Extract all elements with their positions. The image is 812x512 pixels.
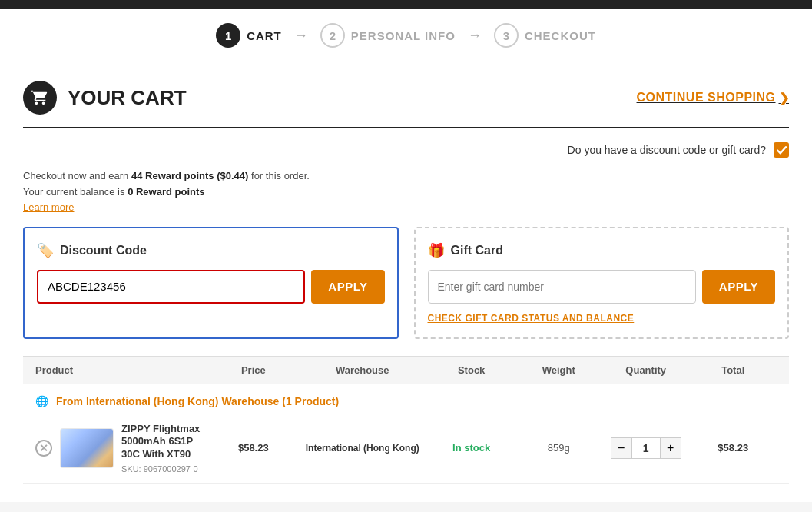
product-image bbox=[60, 428, 114, 468]
globe-icon: 🌐 bbox=[35, 395, 48, 407]
gift-card-input[interactable] bbox=[428, 270, 696, 304]
step-1-circle: 1 bbox=[216, 23, 240, 48]
balance-points: 0 Reward points bbox=[128, 186, 204, 198]
gift-apply-button[interactable]: APPLY bbox=[702, 270, 775, 304]
step-3-circle: 3 bbox=[494, 23, 519, 48]
step-2-label: PERSONAL INFO bbox=[351, 29, 456, 42]
step-cart[interactable]: 1 CART bbox=[216, 23, 282, 48]
discount-gift-row: 🏷️ Discount Code APPLY 🎁 Gift Card APPLY… bbox=[23, 227, 789, 339]
continue-shopping-text: CONTINUE SHOPPING bbox=[637, 91, 776, 105]
remove-item-button[interactable]: ✕ bbox=[35, 440, 52, 457]
main-content: YOUR CART CONTINUE SHOPPING ❯ Do you hav… bbox=[0, 62, 812, 502]
quantity-stepper: − 1 + bbox=[602, 437, 690, 459]
step-2-circle: 2 bbox=[320, 23, 345, 48]
quantity-decrease-button[interactable]: − bbox=[611, 437, 632, 459]
cart-header: YOUR CART CONTINUE SHOPPING ❯ bbox=[23, 81, 789, 128]
reward-text: Checkout now and earn 44 Reward points (… bbox=[23, 168, 789, 185]
discount-icon: 🏷️ bbox=[37, 242, 54, 259]
cart-icon-circle bbox=[23, 81, 57, 115]
reward-points: 44 Reward points ($0.44) bbox=[131, 170, 248, 181]
product-stock: In stock bbox=[428, 442, 515, 454]
discount-title-text: Discount Code bbox=[60, 244, 147, 258]
gift-code-checkbox[interactable] bbox=[774, 142, 789, 158]
discount-box: 🏷️ Discount Code APPLY bbox=[23, 227, 399, 339]
table-header: Product Price Warehouse Stock Weight Qua… bbox=[23, 356, 789, 384]
top-bar bbox=[0, 0, 812, 9]
cart-title-group: YOUR CART bbox=[23, 81, 187, 115]
col-product: Product bbox=[35, 364, 210, 376]
product-name: ZIPPY Flightmax 5000mAh 6S1P 30C With XT… bbox=[121, 423, 210, 462]
product-price: $58.23 bbox=[210, 442, 297, 454]
col-quantity: Quantity bbox=[602, 364, 690, 376]
learn-more-link[interactable]: Learn more bbox=[23, 201, 74, 213]
col-total: Total bbox=[689, 364, 777, 376]
product-image-inner bbox=[61, 429, 113, 467]
arrow-1: → bbox=[294, 28, 308, 44]
discount-code-input[interactable] bbox=[37, 270, 305, 304]
discount-box-title: 🏷️ Discount Code bbox=[37, 242, 385, 259]
gift-box: 🎁 Gift Card APPLY CHECK GIFT CARD STATUS… bbox=[414, 227, 790, 339]
product-details: ZIPPY Flightmax 5000mAh 6S1P 30C With XT… bbox=[121, 423, 210, 474]
col-price: Price bbox=[210, 364, 297, 376]
continue-shopping-arrow: ❯ bbox=[779, 91, 790, 105]
gift-icon: 🎁 bbox=[428, 242, 445, 259]
col-warehouse: Warehouse bbox=[297, 364, 428, 376]
checkmark-icon bbox=[777, 145, 787, 155]
product-info: ✕ ZIPPY Flightmax 5000mAh 6S1P 30C With … bbox=[35, 423, 210, 474]
stepper-bar: 1 CART → 2 PERSONAL INFO → 3 CHECKOUT bbox=[0, 9, 812, 62]
check-gift-card-link[interactable]: CHECK GIFT CARD STATUS AND BALANCE bbox=[428, 313, 635, 324]
product-total: $58.23 bbox=[689, 442, 777, 454]
table-row: ✕ ZIPPY Flightmax 5000mAh 6S1P 30C With … bbox=[23, 414, 789, 484]
quantity-display: 1 bbox=[632, 437, 660, 459]
gift-box-title: 🎁 Gift Card bbox=[428, 242, 776, 259]
step-checkout[interactable]: 3 CHECKOUT bbox=[494, 23, 596, 48]
gift-input-row: APPLY bbox=[428, 270, 776, 304]
balance-text: Your current balance is 0 Reward points bbox=[23, 185, 789, 201]
continue-shopping-link[interactable]: CONTINUE SHOPPING ❯ bbox=[637, 91, 789, 105]
product-sku: SKU: 9067000297-0 bbox=[121, 464, 210, 474]
cart-icon bbox=[31, 89, 48, 106]
product-warehouse: International (Hong Kong) bbox=[297, 443, 428, 454]
quantity-increase-button[interactable]: + bbox=[660, 437, 681, 459]
arrow-2: → bbox=[468, 28, 482, 44]
col-stock: Stock bbox=[428, 364, 515, 376]
cart-title: YOUR CART bbox=[68, 86, 187, 110]
step-personal[interactable]: 2 PERSONAL INFO bbox=[320, 23, 456, 48]
step-1-label: CART bbox=[247, 29, 282, 42]
product-weight: 859g bbox=[515, 442, 602, 454]
warehouse-group-label: From International (Hong Kong) Warehouse… bbox=[56, 395, 339, 407]
reward-section: Checkout now and earn 44 Reward points (… bbox=[23, 168, 789, 213]
discount-apply-button[interactable]: APPLY bbox=[311, 270, 384, 304]
warehouse-row: 🌐 From International (Hong Kong) Warehou… bbox=[23, 384, 789, 414]
discount-checkbox-row: Do you have a discount code or gift card… bbox=[23, 142, 789, 158]
col-weight: Weight bbox=[515, 364, 602, 376]
discount-checkbox-label: Do you have a discount code or gift card… bbox=[568, 144, 766, 156]
gift-title-text: Gift Card bbox=[451, 244, 503, 258]
step-3-label: CHECKOUT bbox=[525, 29, 596, 42]
discount-input-row: APPLY bbox=[37, 270, 385, 304]
